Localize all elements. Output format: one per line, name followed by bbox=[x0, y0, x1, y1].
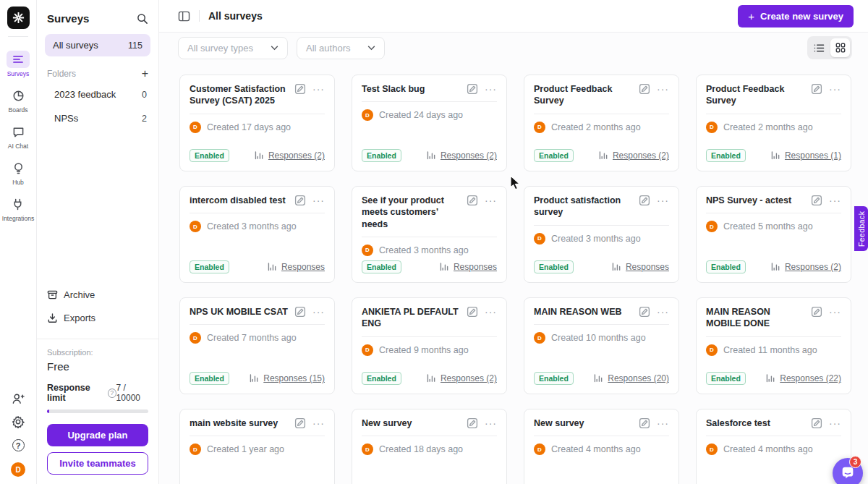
survey-card[interactable]: intercom disabled test ··· D Creat bbox=[179, 186, 335, 283]
upgrade-plan-button[interactable]: Upgrade plan bbox=[47, 424, 148, 446]
help-icon[interactable]: ? bbox=[12, 439, 25, 451]
survey-title: MAIN REASON MOBILE DONE bbox=[706, 306, 811, 330]
edit-icon[interactable] bbox=[294, 83, 306, 95]
edit-icon[interactable] bbox=[811, 83, 822, 95]
folders-label: Folders bbox=[47, 69, 76, 79]
invite-user-icon[interactable] bbox=[12, 393, 25, 404]
more-options-icon[interactable]: ··· bbox=[829, 308, 841, 315]
intercom-launcher[interactable]: 3 bbox=[833, 458, 863, 484]
edit-icon[interactable] bbox=[639, 417, 650, 429]
more-options-icon[interactable]: ··· bbox=[312, 85, 325, 93]
list-view-button[interactable] bbox=[809, 38, 829, 57]
responses-link[interactable]: Responses (20) bbox=[594, 373, 669, 383]
edit-icon[interactable] bbox=[294, 306, 306, 318]
edit-icon[interactable] bbox=[639, 195, 650, 206]
more-options-icon[interactable]: ··· bbox=[657, 308, 669, 315]
survey-card[interactable]: Customer Satisfaction Survey (CSAT) 2025… bbox=[179, 75, 335, 171]
add-folder-button[interactable]: + bbox=[142, 68, 148, 80]
survey-card[interactable]: See if your product meets customers’ nee… bbox=[352, 186, 507, 283]
survey-card[interactable]: MAIN REASON MOBILE DONE ··· D Crea bbox=[696, 297, 851, 394]
rail-item-hub[interactable]: Hub bbox=[7, 159, 30, 186]
sidebar-folder-item[interactable]: NPSs 2 bbox=[37, 106, 158, 130]
survey-card[interactable]: Product satisfaction survey ··· D bbox=[524, 186, 679, 283]
responses-link[interactable]: Responses bbox=[440, 262, 497, 272]
edit-icon[interactable] bbox=[811, 195, 822, 206]
more-options-icon[interactable]: ··· bbox=[485, 197, 497, 204]
rail-item-ai-chat[interactable]: AI Chat bbox=[7, 123, 30, 150]
responses-link[interactable]: Responses (2) bbox=[427, 373, 497, 383]
survey-card[interactable]: Salesforce test ··· D Created 4 mo bbox=[696, 409, 851, 484]
more-options-icon[interactable]: ··· bbox=[657, 197, 669, 204]
sidebar-folder-item[interactable]: 2023 feedback 0 bbox=[37, 82, 158, 106]
more-options-icon[interactable]: ··· bbox=[829, 85, 841, 93]
survey-card[interactable]: NPS Survey - actest ··· D Created bbox=[696, 186, 851, 283]
topbar: All surveys + Create new survey bbox=[159, 0, 868, 33]
user-avatar[interactable]: D bbox=[11, 462, 25, 477]
survey-card[interactable]: main website survey ··· D Created bbox=[179, 409, 335, 484]
response-limit-help-icon[interactable]: ? bbox=[108, 389, 116, 398]
boards-icon bbox=[7, 87, 30, 104]
survey-card[interactable]: Product Feedback Survey ··· D Crea bbox=[524, 75, 679, 171]
sidebar-item-archive[interactable]: Archive bbox=[37, 284, 158, 306]
card-divider bbox=[534, 324, 669, 325]
responses-link[interactable]: Responses (2) bbox=[771, 262, 841, 272]
edit-icon[interactable] bbox=[467, 195, 478, 206]
brand-logo[interactable] bbox=[7, 7, 30, 29]
responses-link[interactable]: Responses bbox=[612, 262, 669, 272]
rail-item-integrations[interactable]: Integrations bbox=[2, 195, 34, 222]
grid-view-button[interactable] bbox=[830, 38, 850, 57]
status-badge: Enabled bbox=[190, 149, 229, 162]
search-icon[interactable] bbox=[137, 13, 148, 25]
more-options-icon[interactable]: ··· bbox=[829, 420, 841, 427]
responses-link[interactable]: Responses (15) bbox=[250, 373, 325, 383]
responses-link[interactable]: Responses (1) bbox=[771, 150, 841, 161]
more-options-icon[interactable]: ··· bbox=[657, 85, 669, 93]
feedback-tab[interactable]: Feedback bbox=[854, 206, 868, 251]
edit-icon[interactable] bbox=[294, 195, 306, 206]
card-actions: ··· bbox=[811, 306, 841, 318]
invite-teammates-button[interactable]: Invite teammates bbox=[47, 452, 148, 475]
sidebar-item-all-surveys[interactable]: All surveys 115 bbox=[45, 34, 150, 56]
responses-link[interactable]: Responses (2) bbox=[255, 150, 325, 161]
sidebar-item-exports[interactable]: Exports bbox=[37, 307, 158, 329]
bar-chart-icon bbox=[440, 263, 449, 271]
more-options-icon[interactable]: ··· bbox=[312, 308, 325, 315]
edit-icon[interactable] bbox=[811, 417, 822, 429]
survey-card[interactable]: MAIN REASON WEB ··· D Created 10 m bbox=[524, 297, 679, 394]
survey-types-dropdown[interactable]: All survey types bbox=[178, 37, 288, 59]
more-options-icon[interactable]: ··· bbox=[312, 197, 325, 204]
rail-label: AI Chat bbox=[8, 143, 28, 150]
more-options-icon[interactable]: ··· bbox=[657, 420, 669, 427]
responses-link[interactable]: Responses bbox=[268, 262, 325, 272]
edit-icon[interactable] bbox=[467, 306, 478, 318]
rail-item-surveys[interactable]: Surveys bbox=[7, 51, 30, 77]
survey-card[interactable]: ANKIETA PL DEFAULT ENG ··· D Creat bbox=[352, 297, 507, 394]
more-options-icon[interactable]: ··· bbox=[312, 420, 325, 427]
edit-icon[interactable] bbox=[639, 306, 650, 318]
survey-card[interactable]: Test Slack bug ··· D Created 24 da bbox=[352, 75, 507, 171]
created-row: D Created 1 year ago bbox=[190, 443, 325, 455]
survey-card[interactable]: NPS UK MOBILE CSAT ··· D Created 7 bbox=[179, 297, 335, 394]
rail-item-boards[interactable]: Boards bbox=[7, 87, 30, 114]
edit-icon[interactable] bbox=[467, 417, 478, 429]
more-options-icon[interactable]: ··· bbox=[829, 197, 841, 204]
edit-icon[interactable] bbox=[467, 83, 478, 95]
responses-label: Responses bbox=[281, 262, 325, 272]
responses-link[interactable]: Responses (2) bbox=[599, 150, 669, 161]
responses-link[interactable]: Responses (2) bbox=[427, 150, 497, 161]
authors-dropdown[interactable]: All authors bbox=[297, 37, 385, 59]
edit-icon[interactable] bbox=[294, 417, 306, 429]
edit-icon[interactable] bbox=[811, 306, 822, 318]
more-options-icon[interactable]: ··· bbox=[485, 308, 497, 315]
more-options-icon[interactable]: ··· bbox=[485, 85, 497, 93]
responses-link[interactable]: Responses (22) bbox=[766, 373, 841, 383]
create-new-survey-button[interactable]: + Create new survey bbox=[738, 5, 854, 27]
gear-icon[interactable] bbox=[12, 415, 25, 428]
survey-card[interactable]: New survey ··· D Created 18 days a bbox=[352, 409, 507, 484]
collapse-sidebar-icon[interactable] bbox=[178, 11, 190, 22]
more-options-icon[interactable]: ··· bbox=[485, 420, 497, 427]
created-text: Created 2 months ago bbox=[551, 122, 641, 132]
edit-icon[interactable] bbox=[639, 83, 650, 95]
survey-card[interactable]: Product Feedback Survey ··· D Crea bbox=[696, 75, 851, 171]
survey-card[interactable]: New survey ··· D Created 4 months bbox=[524, 409, 679, 484]
